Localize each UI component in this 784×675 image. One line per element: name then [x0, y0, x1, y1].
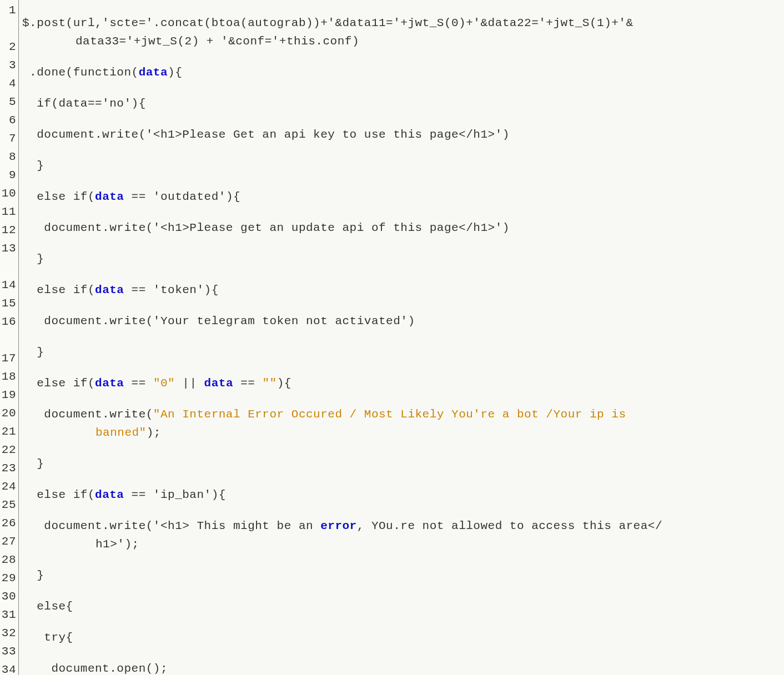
- code-line: }: [22, 343, 784, 361]
- line-number: 18: [0, 367, 16, 386]
- line-number: 21: [0, 422, 16, 441]
- code-editor[interactable]: $.post(url,'scte='.concat(btoa(autograb)…: [19, 0, 784, 675]
- line-number-gutter: 1 2 3 4 5 6 7 8 9 10 11 12 13 14 15 16 1…: [0, 0, 19, 675]
- code-line: }: [22, 250, 784, 268]
- code-line: document.write('<h1>Please Get an api ke…: [22, 125, 784, 144]
- code-line: else if(data == 'ip_ban'){: [22, 486, 784, 504]
- code-line: if(data=='no'){: [22, 94, 784, 113]
- code-line: $.post(url,'scte='.concat(btoa(autograb)…: [22, 14, 784, 51]
- line-number: 11: [0, 203, 16, 221]
- code-line: document.write('Your telegram token not …: [22, 312, 784, 330]
- line-number: 25: [0, 496, 16, 514]
- line-number: 16: [0, 313, 16, 349]
- line-number: 26: [0, 514, 16, 532]
- line-number: 17: [0, 349, 16, 367]
- code-line: else{: [22, 597, 784, 616]
- line-number: 24: [0, 477, 16, 496]
- line-number: 7: [0, 129, 16, 148]
- code-line: else if(data == "0" || data == ""){: [22, 374, 784, 392]
- code-line: }: [22, 157, 784, 175]
- line-number: 22: [0, 441, 16, 459]
- line-number: 6: [0, 111, 16, 129]
- line-number: 19: [0, 386, 16, 404]
- line-number: 29: [0, 569, 16, 587]
- code-line: try{: [22, 628, 784, 647]
- line-number: 31: [0, 606, 16, 624]
- line-number: 8: [0, 148, 16, 166]
- line-number: 4: [0, 74, 16, 93]
- line-number: 15: [0, 294, 16, 313]
- code-line: }: [22, 566, 784, 585]
- line-number: 1: [0, 1, 16, 38]
- line-number: 27: [0, 532, 16, 551]
- line-number: 34: [0, 661, 16, 675]
- line-number: 13: [0, 239, 16, 276]
- code-line: document.write('<h1>Please get an update…: [22, 219, 784, 237]
- line-number: 5: [0, 93, 16, 111]
- line-number: 9: [0, 166, 16, 184]
- code-line: else if(data == 'outdated'){: [22, 188, 784, 206]
- line-number: 33: [0, 642, 16, 661]
- line-number: 10: [0, 184, 16, 203]
- line-number: 32: [0, 624, 16, 642]
- line-number: 14: [0, 276, 16, 294]
- line-number: 3: [0, 56, 16, 74]
- code-line: document.write('<h1> This might be an er…: [22, 517, 784, 553]
- code-line: }: [22, 455, 784, 473]
- line-number: 30: [0, 587, 16, 606]
- code-line: .done(function(data){: [22, 63, 784, 82]
- line-number: 12: [0, 221, 16, 239]
- code-line: else if(data == 'token'){: [22, 281, 784, 299]
- code-line: document.open();: [22, 659, 784, 675]
- line-number: 28: [0, 551, 16, 569]
- code-line: document.write("An Internal Error Occure…: [22, 405, 784, 442]
- line-number: 20: [0, 404, 16, 422]
- line-number: 23: [0, 459, 16, 477]
- line-number: 2: [0, 38, 16, 56]
